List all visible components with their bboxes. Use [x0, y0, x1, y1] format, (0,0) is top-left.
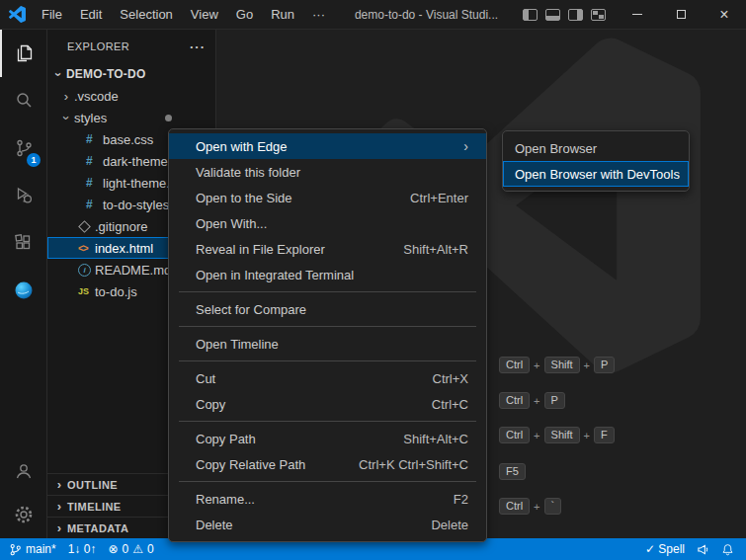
- activity-extensions-icon[interactable]: [0, 219, 46, 267]
- layout-controls: [523, 9, 606, 21]
- menu-item-copy-relative-path[interactable]: Copy Relative Path Ctrl+K Ctrl+Shift+C: [169, 451, 486, 477]
- problems-indicator[interactable]: ⊗ 0 ⚠ 0: [108, 542, 153, 556]
- vscode-logo-icon: [9, 6, 26, 23]
- file-label: .gitignore: [95, 219, 147, 234]
- menu-item-open-with-edge[interactable]: Open with Edge ›: [169, 133, 486, 159]
- customize-layout-icon[interactable]: [591, 9, 606, 21]
- context-menu: Open with Edge › Validate this folder Op…: [168, 128, 487, 542]
- explorer-title: EXPLORER: [67, 40, 129, 52]
- menu-separator: [179, 360, 476, 361]
- chevron-right-icon: ›: [51, 477, 67, 492]
- activity-bar-bottom: [0, 449, 46, 536]
- section-label: METADATA: [67, 522, 128, 534]
- css-file-icon: #: [86, 198, 103, 211]
- tree-root-folder[interactable]: › DEMO-TO-DO: [47, 63, 215, 85]
- folder-label: DEMO-TO-DO: [66, 67, 145, 81]
- menu-view[interactable]: View: [182, 0, 227, 29]
- minimize-button[interactable]: [616, 0, 659, 29]
- shortcut-hint-debug: F5: [499, 463, 526, 480]
- tree-folder-vscode[interactable]: › .vscode: [47, 85, 215, 107]
- git-branch-icon: [9, 543, 22, 556]
- section-label: TIMELINE: [67, 501, 122, 513]
- chevron-right-icon: ›: [51, 520, 67, 535]
- section-label: OUTLINE: [67, 479, 118, 491]
- toggle-sidebar-icon[interactable]: [523, 9, 538, 21]
- branch-indicator[interactable]: main*: [9, 542, 56, 556]
- js-file-icon: JS: [78, 286, 95, 296]
- activity-source-control-icon[interactable]: 1: [0, 124, 46, 172]
- menu-item-open-with[interactable]: Open With...: [169, 210, 486, 236]
- explorer-header: EXPLORER ···: [47, 30, 215, 63]
- toggle-secondary-sidebar-icon[interactable]: [568, 9, 583, 21]
- scm-badge: 1: [27, 153, 41, 167]
- title-bar: File Edit Selection View Go Run ··· demo…: [0, 0, 746, 30]
- maximize-button[interactable]: [659, 0, 703, 29]
- submenu-arrow-icon: ›: [463, 138, 468, 154]
- chevron-right-icon: ›: [51, 499, 67, 514]
- css-file-icon: #: [86, 132, 103, 146]
- file-label: base.css: [103, 132, 153, 147]
- activity-search-icon[interactable]: [0, 77, 46, 124]
- menu-run[interactable]: Run: [262, 0, 303, 29]
- spell-checker-status[interactable]: ✓ Spell: [645, 542, 685, 556]
- submenu-item-open-browser-devtools[interactable]: Open Browser with DevTools: [503, 161, 689, 187]
- menu-more-icon[interactable]: ···: [303, 0, 334, 29]
- css-file-icon: #: [86, 154, 103, 168]
- status-right: ✓ Spell: [645, 542, 746, 556]
- indicator-dot: [165, 115, 172, 121]
- shortcut-hint-commands: Ctrl+ Shift+ P: [499, 357, 615, 373]
- toggle-panel-icon[interactable]: [545, 9, 560, 21]
- submenu-item-open-browser[interactable]: Open Browser: [503, 135, 689, 161]
- announcement-icon[interactable]: [697, 543, 709, 556]
- sync-indicator[interactable]: 1↓ 0↑: [68, 542, 97, 556]
- menu-separator: [179, 481, 476, 482]
- tree-folder-styles[interactable]: › styles: [47, 107, 215, 128]
- file-label: README.md: [95, 263, 171, 278]
- menu-item-validate-folder[interactable]: Validate this folder: [169, 159, 486, 185]
- git-file-icon: [78, 222, 95, 231]
- info-file-icon: i: [78, 264, 95, 277]
- html-file-icon: <>: [78, 243, 95, 254]
- shortcut-hint-go-to-file: Ctrl+ P: [499, 392, 565, 409]
- menu-item-cut[interactable]: Cut Ctrl+X: [169, 365, 486, 391]
- explorer-more-actions-icon[interactable]: ···: [190, 40, 206, 54]
- menu-file[interactable]: File: [33, 0, 71, 29]
- notifications-bell-icon[interactable]: [721, 543, 734, 556]
- menu-item-open-in-terminal[interactable]: Open in Integrated Terminal: [169, 262, 486, 287]
- file-label: to-do.js: [95, 284, 137, 299]
- menu-selection[interactable]: Selection: [111, 0, 181, 29]
- menu-separator: [179, 421, 476, 422]
- activity-bar: 1: [0, 30, 47, 538]
- menu-edit[interactable]: Edit: [71, 0, 111, 29]
- activity-run-debug-icon[interactable]: [0, 172, 46, 219]
- warning-icon: ⚠: [132, 542, 143, 556]
- vscode-window: File Edit Selection View Go Run ··· demo…: [0, 0, 746, 560]
- shortcut-hint-find-in-files: Ctrl+ Shift+ F: [499, 427, 615, 443]
- menu-item-reveal-in-explorer[interactable]: Reveal in File Explorer Shift+Alt+R: [169, 236, 486, 262]
- folder-label: styles: [74, 111, 107, 125]
- close-button[interactable]: ×: [703, 0, 746, 29]
- window-title: demo-to-do - Visual Studi...: [334, 8, 519, 22]
- css-file-icon: #: [86, 176, 103, 190]
- menu-item-open-to-side[interactable]: Open to the Side Ctrl+Enter: [169, 185, 486, 210]
- folder-label: .vscode: [74, 89, 119, 104]
- activity-explorer-icon[interactable]: [0, 30, 46, 77]
- menu-item-copy[interactable]: Copy Ctrl+C: [169, 391, 486, 417]
- status-left: main* 1↓ 0↑ ⊗ 0 ⚠ 0: [0, 542, 154, 556]
- menu-go[interactable]: Go: [227, 0, 262, 29]
- activity-edge-devtools-icon[interactable]: [0, 267, 46, 314]
- menu-item-open-timeline[interactable]: Open Timeline: [169, 331, 486, 357]
- accounts-icon[interactable]: [0, 449, 46, 493]
- menu-item-copy-path[interactable]: Copy Path Shift+Alt+C: [169, 426, 486, 451]
- shortcut-hint-terminal: Ctrl+ `: [499, 498, 561, 515]
- menu-item-select-for-compare[interactable]: Select for Compare: [169, 296, 486, 322]
- chevron-down-icon: ›: [58, 111, 74, 125]
- menu-separator: [179, 326, 476, 327]
- menu-separator: [179, 291, 476, 292]
- error-icon: ⊗: [108, 542, 118, 556]
- chevron-down-icon: ›: [50, 67, 66, 82]
- chevron-right-icon: ›: [58, 89, 74, 104]
- menu-item-rename[interactable]: Rename... F2: [169, 486, 486, 512]
- settings-gear-icon[interactable]: [0, 493, 46, 536]
- menu-item-delete[interactable]: Delete Delete: [169, 512, 486, 537]
